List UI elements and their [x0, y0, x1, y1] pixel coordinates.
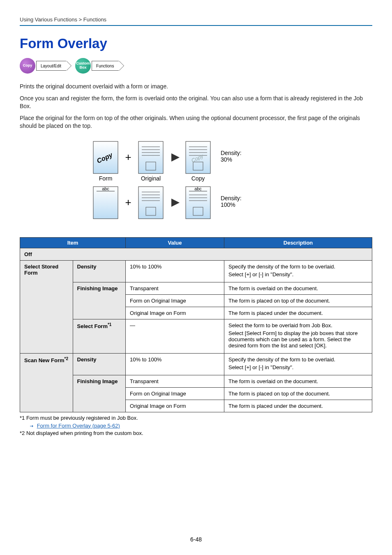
svg-text:Density:: Density:	[221, 195, 242, 201]
cell-transparent-2: Transparent	[126, 375, 224, 388]
header-rule	[20, 25, 372, 26]
cell-finishing-1: Finishing Image	[73, 282, 126, 319]
row-off: Off	[20, 248, 372, 261]
paragraph-1: Prints the original document overlaid wi…	[20, 83, 372, 90]
cell-select-form-desc: Select the form to be overlaid from Job …	[224, 319, 372, 354]
chip-custom-box: Custom Box	[75, 58, 91, 74]
th-description: Description	[224, 238, 372, 248]
footnote-2: *2 Not displayed when printing from the …	[20, 430, 372, 437]
cell-density-1: Density	[73, 261, 126, 282]
cell-transparent-desc-1: The form is overlaid on the document.	[224, 282, 372, 295]
cell-density-value-1: 10% to 100%	[126, 261, 224, 282]
paragraph-3: Place the original for the form on top o…	[20, 114, 372, 130]
cell-form-on-original-desc-2: The form is placed on top of the documen…	[224, 388, 372, 400]
cell-original-on-form-2: Original Image on Form	[126, 400, 224, 412]
cell-density-desc-2: Specify the density of the form to be ov…	[224, 354, 372, 375]
th-item: Item	[20, 238, 126, 248]
chip-layout-edit: Layout/Edit	[36, 61, 66, 71]
cell-original-on-form-desc-1: The form is placed under the document.	[224, 307, 372, 319]
cell-density-value-2: 10% to 100%	[126, 354, 224, 375]
svg-rect-19	[93, 187, 118, 219]
overlay-diagram: Copy Form + Original Copy Copy Density:	[20, 139, 372, 226]
svg-marker-39	[30, 425, 33, 427]
paragraph-2: Once you scan and register the form, the…	[20, 95, 372, 110]
svg-text:100%: 100%	[221, 201, 235, 208]
svg-rect-30	[186, 187, 210, 219]
footnote-1: *1 Form must be previously registered in…	[20, 414, 372, 422]
svg-text:abc: abc	[194, 186, 202, 191]
svg-marker-29	[171, 199, 180, 207]
svg-text:abc: abc	[102, 186, 109, 191]
svg-text:30%: 30%	[221, 156, 232, 163]
diagram-original-label: Original	[141, 175, 161, 182]
cell-form-on-original-desc-1: The form is placed on top of the documen…	[224, 295, 372, 307]
diagram-form-label: Form	[99, 175, 113, 182]
chip-bar: Copy Layout/Edit Custom Box Functions	[20, 58, 372, 74]
svg-marker-9	[171, 153, 180, 162]
cell-scan-new-form: Scan New Form*2	[20, 354, 73, 412]
svg-rect-3	[138, 141, 163, 173]
svg-text:+: +	[125, 196, 131, 208]
svg-text:Density:: Density:	[221, 150, 242, 156]
cell-original-on-form-1: Original Image on Form	[126, 307, 224, 319]
cell-density-desc-1: Specify the density of the form to be ov…	[224, 261, 372, 282]
settings-table: Item Value Description Off Select Stored…	[20, 237, 372, 412]
cell-form-on-original-2: Form on Original Image	[126, 388, 224, 400]
th-value: Value	[126, 238, 224, 248]
chip-copy: Copy	[20, 58, 35, 74]
footnotes: *1 Form must be previously registered in…	[20, 414, 372, 437]
footnote-1-link[interactable]: Form for Form Overlay (page 5-62)	[37, 423, 120, 429]
breadcrumb: Using Various Functions > Functions	[20, 16, 372, 25]
page-title: Form Overlay	[20, 36, 372, 51]
cell-density-2: Density	[73, 354, 126, 375]
cell-select-form-value: ―	[126, 319, 224, 354]
diagram-copy-label: Copy	[191, 175, 205, 182]
cell-transparent-desc-2: The form is overlaid on the document.	[224, 375, 372, 388]
chip-functions: Functions	[92, 61, 119, 71]
svg-text:+: +	[125, 151, 131, 163]
cell-finishing-2: Finishing Image	[73, 375, 126, 412]
arrow-right-icon	[30, 424, 34, 428]
cell-select-stored-form: Select Stored Form	[20, 261, 73, 354]
svg-rect-23	[138, 187, 163, 219]
page-number: 6-48	[0, 536, 392, 543]
cell-form-on-original-1: Form on Original Image	[126, 295, 224, 307]
cell-transparent-1: Transparent	[126, 282, 224, 295]
cell-original-on-form-desc-2: The form is placed under the document.	[224, 400, 372, 412]
cell-select-form: Select Form*1	[73, 319, 126, 354]
